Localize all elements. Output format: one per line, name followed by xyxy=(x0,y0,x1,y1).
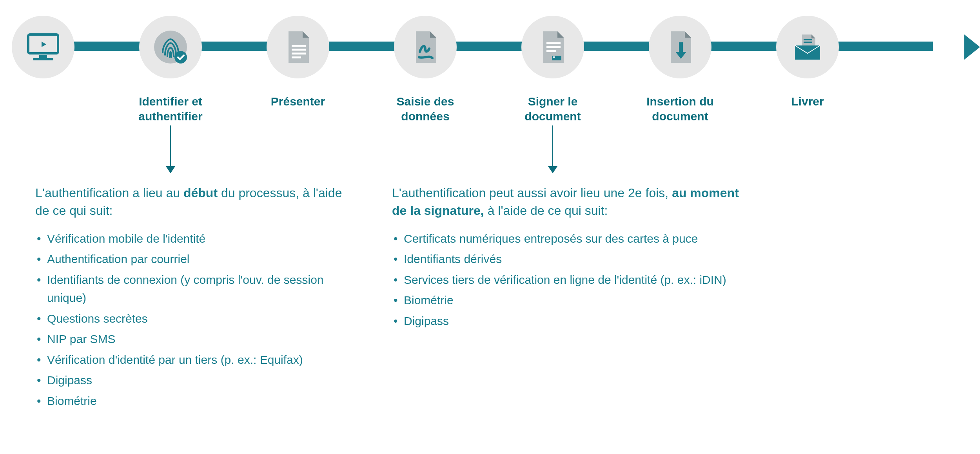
step-label: Identifier etauthentifier xyxy=(112,94,229,123)
svg-marker-1 xyxy=(42,42,46,47)
step-capture: Saisie desdonnées xyxy=(394,16,457,78)
list-item: Identifiants de connexion (y compris l'o… xyxy=(35,271,357,307)
detail-list-left: Vérification mobile de l'identité Authen… xyxy=(35,230,357,410)
svg-rect-12 xyxy=(546,50,556,52)
list-item: Services tiers de vérification en ligne … xyxy=(392,271,745,289)
step-icon-wrap xyxy=(521,16,584,78)
step-icon-wrap xyxy=(776,16,839,78)
svg-rect-13 xyxy=(552,56,561,60)
step-identify: Identifier etauthentifier xyxy=(139,16,202,78)
step-icon-wrap xyxy=(139,16,202,78)
list-item: Authentification par courriel xyxy=(35,250,357,269)
list-item: Certificats numériques entreposés sur de… xyxy=(392,230,745,248)
fingerprint-icon xyxy=(151,27,190,67)
process-flow: Identifier etauthentifier Présenter xyxy=(0,16,980,78)
download-document-icon xyxy=(661,27,700,67)
step-label: Signer ledocument xyxy=(494,94,612,123)
svg-rect-10 xyxy=(546,42,561,44)
list-item: Identifiants dérivés xyxy=(392,250,745,269)
list-item: Digipass xyxy=(35,371,357,390)
heading-text: L'authentification peut aussi avoir lieu… xyxy=(392,186,672,200)
step-label: Saisie desdonnées xyxy=(367,94,484,123)
step-icon-wrap xyxy=(267,16,329,78)
detail-arrow-right-icon xyxy=(552,125,553,173)
sign-document-icon xyxy=(533,27,572,67)
step-present: Présenter xyxy=(267,16,329,78)
svg-rect-17 xyxy=(804,39,812,40)
step-label: Insertion dudocument xyxy=(621,94,739,123)
step-sign: Signer ledocument xyxy=(521,16,584,78)
svg-rect-14 xyxy=(553,56,555,58)
list-item: Digipass xyxy=(392,312,745,331)
step-insert: Insertion dudocument xyxy=(649,16,711,78)
step-label: Livrer xyxy=(749,94,866,109)
heading-bold: début xyxy=(183,186,218,200)
detail-heading-right: L'authentification peut aussi avoir lieu… xyxy=(392,184,745,220)
step-icon-wrap xyxy=(12,16,74,78)
svg-rect-18 xyxy=(804,42,812,43)
detail-block-right: L'authentification peut aussi avoir lieu… xyxy=(392,184,745,332)
flow-arrowhead-icon xyxy=(964,35,980,60)
svg-rect-2 xyxy=(39,55,47,58)
list-item: Vérification d'identité par un tiers (p.… xyxy=(35,351,357,369)
svg-rect-11 xyxy=(546,46,561,48)
detail-block-left: L'authentification a lieu au début du pr… xyxy=(35,184,357,412)
step-start xyxy=(12,16,74,78)
list-item: NIP par SMS xyxy=(35,330,357,349)
heading-text: à l'aide de ce qui suit: xyxy=(484,203,608,218)
envelope-icon xyxy=(788,27,827,67)
svg-rect-6 xyxy=(292,45,306,47)
list-item: Biométrie xyxy=(392,291,745,310)
svg-rect-15 xyxy=(679,42,683,53)
detail-heading-left: L'authentification a lieu au début du pr… xyxy=(35,184,357,220)
detail-arrow-left-icon xyxy=(170,125,171,173)
heading-text: L'authentification a lieu au xyxy=(35,186,183,200)
svg-rect-3 xyxy=(33,58,53,60)
svg-rect-8 xyxy=(292,53,306,54)
step-deliver: Livrer xyxy=(776,16,839,78)
step-icon-wrap xyxy=(649,16,711,78)
svg-rect-7 xyxy=(292,49,306,51)
detail-list-right: Certificats numériques entreposés sur de… xyxy=(392,230,745,331)
step-icon-wrap xyxy=(394,16,457,78)
signature-icon xyxy=(406,27,445,67)
list-item: Biométrie xyxy=(35,392,357,410)
document-icon xyxy=(278,27,318,67)
list-item: Vérification mobile de l'identité xyxy=(35,230,357,248)
list-item: Questions secrètes xyxy=(35,310,357,328)
monitor-icon xyxy=(24,27,63,67)
step-label: Présenter xyxy=(239,94,357,109)
svg-rect-9 xyxy=(292,56,301,58)
svg-point-5 xyxy=(174,51,187,64)
